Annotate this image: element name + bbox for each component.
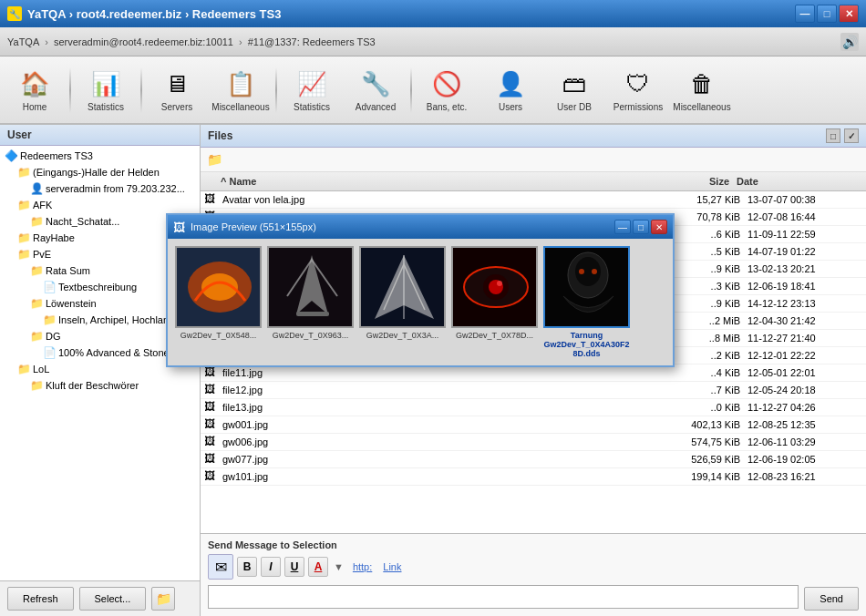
preview-image-item[interactable]: Gw2Dev_T_0X963... [267,246,354,358]
select-button[interactable]: Select... [79,587,147,611]
toolbar-bans-label: Bans, etc. [427,102,467,112]
file-row[interactable]: 🖼 gw006.jpg 574,75 KiB 12-06-11 03:29 [201,434,866,451]
tree-item-icon: 📁 [29,214,44,229]
close-button[interactable]: ✕ [839,5,859,23]
file-size: ..3 KiB [675,281,747,292]
preview-image-label: Tarnung Gw2Dev_T_0X4A30F28D.dds [543,331,630,358]
bans-icon: 🚫 [430,67,463,100]
underline-button[interactable]: U [284,557,304,577]
message-icon[interactable]: ✉ [208,554,233,580]
tree-item[interactable]: 📁Kluft der Beschwörer [2,377,198,394]
toolbar-miscellaneous1[interactable]: 📋 Miscellaneous [210,59,272,121]
italic-button[interactable]: I [261,557,281,577]
preview-thumbnail [267,246,354,328]
tree-item-icon: 📄 [42,280,57,294]
preview-maximize-button[interactable]: □ [633,220,649,234]
file-row[interactable]: 🖼 file13.jpg ..0 KiB 11-12-27 04:26 [201,399,866,416]
col-size[interactable]: Size [660,174,733,189]
toolbar-permissions[interactable]: 🛡 Permissions [607,59,669,121]
toolbar-sep-1 [69,67,71,113]
tree-item-label: LoL [33,364,49,375]
tree-item[interactable]: 👤serveradmin from 79.203.232... [2,180,198,197]
tree-item[interactable]: 🔷Redeemers TS3 [2,148,198,164]
file-icon: 🖼 [204,417,219,432]
send-button[interactable]: Send [804,587,859,611]
misc2-icon: 🗑 [686,67,718,100]
tree-item-label: AFK [33,200,52,210]
file-row[interactable]: 🖼 Avatar von lela.jpg 15,27 KiB 13-07-07… [201,191,866,209]
toolbar-userdb[interactable]: 🗃 User DB [543,59,605,121]
tree-item-label: Löwenstein [46,298,97,309]
preview-image-item[interactable]: Gw2Dev_T_0X548... [175,246,262,358]
tree-item-label: RayHabe [33,232,75,243]
preview-minimize-button[interactable]: — [614,220,631,234]
toolbar-users-label: Users [499,102,522,112]
preview-close-button[interactable]: ✕ [651,220,667,234]
toolbar-statistics1-label: Statistics [88,102,124,112]
tree-item-icon: 🔷 [4,149,18,163]
preview-title: Image Preview (551×155px) [191,221,613,232]
user-panel-header: User [0,125,200,146]
file-size: ..6 KiB [675,229,747,240]
view-icon-2[interactable]: ✓ [844,128,859,143]
preview-image-item[interactable]: Tarnung Gw2Dev_T_0X4A30F28D.dds [543,246,630,358]
font-color-button[interactable]: A [308,557,328,577]
svg-point-11 [497,281,502,286]
file-size: 70,78 KiB [675,211,747,222]
tree-item[interactable]: 📁(Eingangs-)Halle der Helden [2,164,198,180]
left-panel-footer: Refresh Select... 📁 [0,580,200,616]
preview-image-item[interactable]: Gw2Dev_T_0X78D... [451,246,538,358]
tree-item[interactable]: 📁AFK [2,197,198,213]
toolbar-home[interactable]: 🏠 Home [4,59,66,121]
refresh-button[interactable]: Refresh [7,587,74,611]
toolbar-servers[interactable]: 🖥 Servers [146,59,208,121]
toolbar-miscellaneous2[interactable]: 🗑 Miscellaneous [671,59,733,121]
toolbar-statistics2[interactable]: 📈 Statistics [281,59,343,121]
tree-item-icon: 📄 [42,345,57,360]
link-button[interactable]: Link [379,561,405,572]
tree-item-label: Redeemers TS3 [20,150,93,161]
file-date: 12-12-01 22:22 [747,350,866,361]
main-content: User 🔷Redeemers TS3📁(Eingangs-)Halle der… [0,125,866,616]
folder-nav-icon[interactable]: 📁 [204,149,224,169]
file-row[interactable]: 🖼 gw077.jpg 526,59 KiB 12-06-19 02:05 [201,451,866,468]
message-input[interactable] [208,585,799,609]
image-preview-dialog[interactable]: 🖼 Image Preview (551×155px) — □ ✕ Gw2Dev… [166,213,675,367]
minimize-button[interactable]: — [795,5,815,23]
toolbar-permissions-label: Permissions [613,102,663,112]
message-label: Send Message to Selection [208,539,859,550]
tree-item-icon: 📁 [29,263,44,278]
col-name[interactable]: ^ Name [201,174,660,189]
permissions-icon: 🛡 [622,67,655,100]
file-row[interactable]: 🖼 gw101.jpg 199,14 KiB 12-08-23 16:21 [201,468,866,486]
toolbar-statistics1[interactable]: 📊 Statistics [75,59,137,121]
file-row[interactable]: 🖼 gw001.jpg 402,13 KiB 12-08-25 12:35 [201,416,866,434]
svg-point-15 [579,269,584,274]
window-controls: — □ ✕ [795,5,859,23]
toolbar-home-label: Home [23,102,47,112]
file-icon: 🖼 [204,400,219,415]
svg-point-16 [592,269,597,274]
http-link[interactable]: http: [349,561,376,572]
toolbar-users[interactable]: 👤 Users [479,59,541,121]
scroll-spacer [851,174,866,189]
file-name: Avatar von lela.jpg [222,194,675,205]
file-date: 12-04-30 21:42 [747,315,866,326]
toolbar-advanced[interactable]: 🔧 Advanced [345,59,407,121]
folder-button[interactable]: 📁 [151,587,175,611]
bold-button[interactable]: B [237,557,257,577]
file-row[interactable]: 🖼 file12.jpg ..7 KiB 12-05-24 20:18 [201,382,866,399]
maximize-button[interactable]: □ [817,5,837,23]
tree-item-label: DG [46,331,61,342]
toolbar-misc1-label: Miscellaneous [211,102,269,112]
format-dropdown[interactable]: ▼ [332,561,345,572]
tree-item-label: (Eingangs-)Halle der Helden [33,167,160,178]
file-size: 199,14 KiB [675,471,747,482]
preview-image-item[interactable]: Gw2Dev_T_0X3A... [359,246,446,358]
tree-item-label: serveradmin from 79.203.232... [46,183,185,194]
view-icon-1[interactable]: □ [826,128,840,143]
preview-content: Gw2Dev_T_0X548...Gw2Dev_T_0X963...Gw2Dev… [168,239,673,365]
col-date[interactable]: Date [733,174,851,189]
app-name: YaTQA [7,36,39,47]
toolbar-bans[interactable]: 🚫 Bans, etc. [416,59,478,121]
